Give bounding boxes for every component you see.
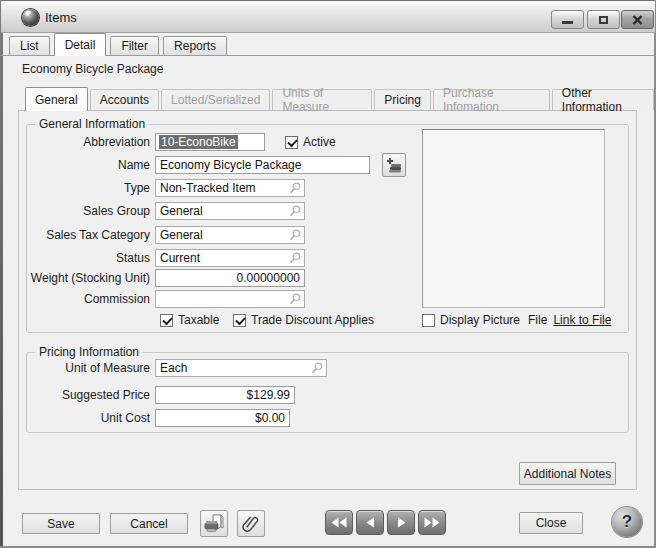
weight-label: Weight (Stocking Unit) <box>27 271 155 285</box>
nav-previous-button[interactable] <box>356 510 384 535</box>
tab-list[interactable]: List <box>9 36 50 55</box>
unit-cost-label: Unit Cost <box>27 411 155 425</box>
item-name-header: Economy Bicycle Package <box>22 62 163 76</box>
abbreviation-field[interactable]: 10-EconoBike <box>155 133 265 151</box>
items-window: Items List Detail Filter Reports Economy… <box>0 0 656 548</box>
general-tab-panel: General Information Abbreviation 10-Econ… <box>18 110 637 490</box>
detail-tab-bar: General Accounts Lotted/Serialized Units… <box>25 87 656 111</box>
active-checkbox[interactable] <box>285 136 298 149</box>
nav-first-button[interactable] <box>325 510 353 535</box>
commission-label: Commission <box>27 292 155 306</box>
app-logo-icon <box>22 9 39 26</box>
additional-notes-button[interactable]: Additional Notes <box>519 462 616 485</box>
right-arrow-icon <box>397 517 406 528</box>
file-label: File <box>528 313 547 327</box>
unit-cost-input[interactable] <box>155 409 290 427</box>
abbreviation-label: Abbreviation <box>27 135 155 149</box>
name-label: Name <box>27 158 155 172</box>
tab-purchase-information: Purchase Infomation <box>433 89 550 110</box>
outer-tab-bar: List Detail Filter Reports <box>9 33 231 56</box>
lookup-magnifier-icon <box>310 361 324 375</box>
type-value: Non-Tracked Item <box>160 181 288 195</box>
window-border <box>0 0 3 548</box>
restore-button[interactable] <box>587 10 620 29</box>
printer-icon <box>204 514 224 533</box>
status-lookup-field[interactable]: Current <box>155 249 305 267</box>
sales-group-lookup-field[interactable]: General <box>155 202 305 220</box>
attachment-button[interactable] <box>237 510 265 537</box>
double-left-arrow-icon <box>331 517 347 528</box>
type-label: Type <box>27 181 155 195</box>
unit-of-measure-label: Unit of Measure <box>27 361 155 375</box>
minimize-icon <box>562 21 573 24</box>
name-options-button[interactable] <box>382 153 406 177</box>
commission-lookup-field[interactable] <box>155 290 305 308</box>
sales-tax-category-value: General <box>160 228 288 242</box>
tab-lotted-serialized: Lotted/Serialized <box>161 89 270 110</box>
groupbox-legend: General Information <box>35 117 149 131</box>
general-information-groupbox: General Information Abbreviation 10-Econ… <box>26 124 629 333</box>
unit-of-measure-lookup-field[interactable]: Each <box>155 359 327 377</box>
trade-discount-checkbox[interactable] <box>233 314 246 327</box>
tab-reports[interactable]: Reports <box>163 36 227 55</box>
help-button[interactable]: ? <box>612 507 642 537</box>
name-input[interactable] <box>155 156 370 174</box>
tab-detail[interactable]: Detail <box>54 33 107 56</box>
question-mark-icon: ? <box>622 512 632 532</box>
trade-discount-label: Trade Discount Applies <box>251 313 374 327</box>
paperclip-icon <box>242 514 260 534</box>
nav-next-button[interactable] <box>387 510 415 535</box>
item-picture-box <box>422 129 605 308</box>
unit-of-measure-value: Each <box>160 361 310 375</box>
tab-other-information[interactable]: Other Information <box>552 89 654 110</box>
lookup-magnifier-icon <box>288 292 302 306</box>
tab-general[interactable]: General <box>25 87 88 111</box>
abbreviation-selected-text: 10-EconoBike <box>159 135 238 149</box>
close-icon <box>632 15 643 25</box>
left-arrow-icon <box>366 517 375 528</box>
minimize-button[interactable] <box>551 10 584 29</box>
pricing-information-groupbox: Pricing Information Unit of Measure Each… <box>26 352 629 433</box>
groupbox-legend: Pricing Information <box>35 345 143 359</box>
weight-input[interactable] <box>155 269 305 287</box>
display-picture-checkbox[interactable] <box>422 314 435 327</box>
sales-group-label: Sales Group <box>27 204 155 218</box>
lookup-magnifier-icon <box>288 204 302 218</box>
lookup-magnifier-icon <box>288 228 302 242</box>
add-stack-icon <box>386 157 403 173</box>
sales-tax-category-lookup-field[interactable]: General <box>155 226 305 244</box>
status-label: Status <box>27 251 155 265</box>
active-label: Active <box>303 135 336 149</box>
status-value: Current <box>160 251 288 265</box>
tab-filter[interactable]: Filter <box>110 36 159 55</box>
lookup-magnifier-icon <box>288 181 302 195</box>
restore-icon <box>599 16 608 24</box>
suggested-price-label: Suggested Price <box>27 388 155 402</box>
close-window-button[interactable] <box>621 10 654 29</box>
double-right-arrow-icon <box>424 517 440 528</box>
lookup-magnifier-icon <box>288 251 302 265</box>
suggested-price-input[interactable] <box>155 386 295 404</box>
tab-accounts[interactable]: Accounts <box>90 89 159 110</box>
titlebar[interactable]: Items <box>1 1 655 33</box>
cancel-button[interactable]: Cancel <box>110 513 188 534</box>
sales-group-value: General <box>160 204 288 218</box>
type-lookup-field[interactable]: Non-Tracked Item <box>155 179 305 197</box>
tab-units-of-measure: Units of Measure <box>272 89 372 110</box>
link-to-file-link[interactable]: Link to File <box>553 313 611 327</box>
window-title: Items <box>45 10 77 25</box>
taxable-checkbox[interactable] <box>160 314 173 327</box>
print-button[interactable] <box>200 510 228 537</box>
sales-tax-category-label: Sales Tax Category <box>27 228 155 242</box>
taxable-label: Taxable <box>178 313 219 327</box>
nav-last-button[interactable] <box>418 510 446 535</box>
save-button[interactable]: Save <box>22 513 100 534</box>
tab-pricing[interactable]: Pricing <box>374 89 431 110</box>
close-button[interactable]: Close <box>519 512 583 534</box>
display-picture-label: Display Picture <box>440 313 520 327</box>
